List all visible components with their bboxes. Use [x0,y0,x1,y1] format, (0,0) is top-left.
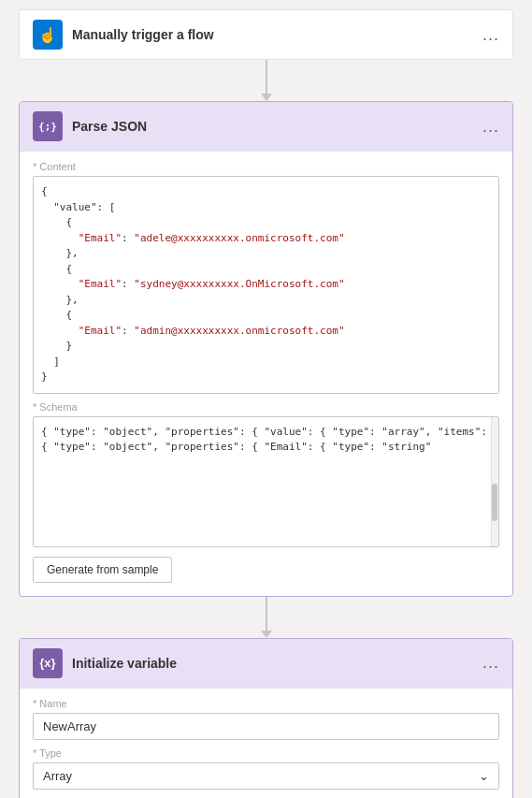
trigger-card-header: ☝ Manually trigger a flow ... [20,10,512,59]
hand-icon: ☝ [38,26,57,44]
type-select-value: Array [43,769,72,783]
parse-json-title: Parse JSON [72,119,473,134]
parse-json-body: Content { "value": [ { "Email": "adele@x… [20,151,512,596]
name-label: Name [33,698,499,709]
content-area[interactable]: { "value": [ { "Email": "adele@xxxxxxxxx… [33,176,499,394]
trigger-menu-button[interactable]: ... [482,25,499,45]
init-variable-body: Name Type Array ⌄ Value [20,688,512,799]
arrow-line [266,60,267,94]
parse-json-card: {;} Parse JSON ... Content { "value": [ … [19,101,513,597]
parse-json-menu-button[interactable]: ... [482,117,499,137]
arrow-line-2 [266,597,267,631]
var-icon: {x} [39,656,55,670]
init-var-icon-bg: {x} [33,648,63,678]
init-variable-card: {x} Initialize variable ... Name Type Ar… [19,638,513,799]
arrow-head-2 [261,631,272,638]
init-variable-header[interactable]: {x} Initialize variable ... [20,639,512,688]
trigger-icon-bg: ☝ [33,20,63,50]
init-variable-menu-button[interactable]: ... [482,653,499,673]
name-input[interactable] [33,713,499,740]
arrow-head [261,94,272,101]
type-label: Type [33,747,499,759]
parse-json-header[interactable]: {;} Parse JSON ... [20,102,512,151]
chevron-down-icon: ⌄ [479,769,489,783]
arrow-connector-1 [261,60,272,101]
init-variable-title: Initialize variable [72,656,473,671]
arrow-connector-2 [261,597,272,638]
content-label: Content [33,161,499,172]
type-select[interactable]: Array ⌄ [33,762,499,790]
trigger-card: ☝ Manually trigger a flow ... [19,9,513,60]
generate-from-sample-button[interactable]: Generate from sample [33,557,172,583]
schema-area[interactable]: { "type": "object", "properties": { "val… [33,416,499,547]
json-icon: {;} [38,121,57,133]
parse-json-icon-bg: {;} [33,111,63,141]
trigger-title: Manually trigger a flow [72,27,473,42]
schema-label: Schema [33,401,499,413]
